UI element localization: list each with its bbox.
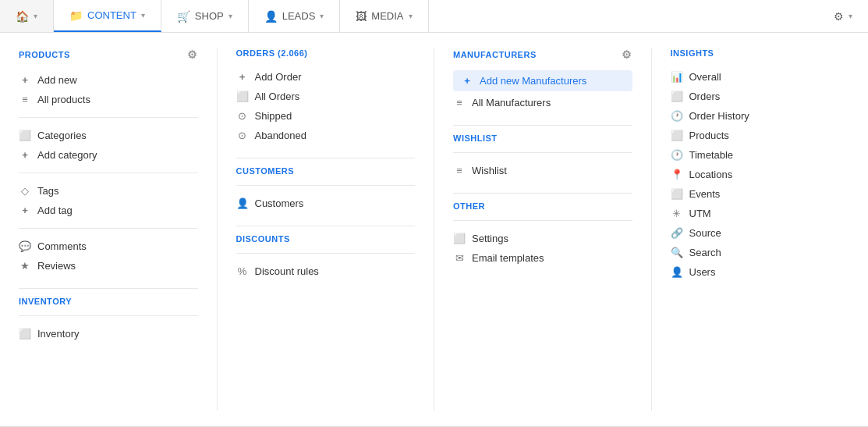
orders-section-title: ORDERS (2.066) [236,48,416,58]
products-section-title: PRODUCTS ⚙ [19,48,198,61]
list-icon: ≡ [19,94,31,105]
filter-icon: ⚙ [834,10,844,23]
media-icon: 🖼 [356,10,367,23]
products-insight-icon: ⬜ [671,130,683,141]
wishlist-label: Wishlist [472,165,507,176]
shipped[interactable]: ⊙ Shipped [236,106,416,126]
customers-section-title: CUSTOMERS [236,166,416,176]
inventory-icon: ⬜ [19,328,31,340]
leads-chevron: ▾ [320,12,324,20]
nav-shop[interactable]: 🛒 SHOP ▾ [161,0,249,32]
all-products-label: All products [37,94,90,105]
inventory-section-title: INVENTORY [19,297,198,306]
add-order-label: Add Order [255,71,302,83]
locations[interactable]: 📍 Locations [671,165,850,184]
products-insight-label: Products [689,130,729,141]
add-new-manufacturer[interactable]: + Add new Manufacturers [453,70,632,91]
source[interactable]: 🔗 Source [671,223,850,243]
products-gear-icon[interactable]: ⚙ [187,48,198,61]
reviews[interactable]: ★ Reviews [19,256,198,276]
other-section-title: OTHER [453,201,632,211]
reviews-icon: ★ [19,260,31,272]
wishlist-icon: ≡ [453,165,466,176]
wishlist-section-title: WISHLIST [453,133,632,143]
manufacturers-gear-icon[interactable]: ⚙ [622,48,632,61]
tags[interactable]: ◇ Tags [19,181,198,201]
all-orders[interactable]: ⬜ All Orders [236,87,416,106]
events-label: Events [689,188,721,200]
comments-label: Comments [37,240,87,252]
all-orders-icon: ⬜ [236,91,249,102]
settings-label: Settings [472,233,508,244]
users-label: Users [689,266,716,278]
users[interactable]: 👤 Users [671,262,850,282]
overall[interactable]: 📊 Overall [671,67,850,87]
shop-chevron: ▾ [229,12,232,20]
products-insight[interactable]: ⬜ Products [671,126,850,145]
add-icon: + [19,74,31,86]
abandoned-icon: ⊙ [236,130,249,141]
nav-media[interactable]: 🖼 MEDIA ▾ [340,0,428,32]
timetable[interactable]: 🕐 Timetable [671,145,850,165]
leads-icon: 👤 [264,10,278,23]
inventory[interactable]: ⬜ Inventory [19,324,198,343]
shop-icon: 🛒 [177,10,190,23]
utm-label: UTM [689,208,711,219]
column-manufacturers: MANUFACTURERS ⚙ + Add new Manufacturers … [434,48,652,411]
nav-content[interactable]: 📁 CONTENT ▾ [54,0,161,32]
users-icon: 👤 [671,266,683,278]
nav-leads[interactable]: 👤 LEADS ▾ [249,0,341,32]
nav-filter[interactable]: ⚙ ▾ [818,0,868,32]
discount-rules[interactable]: % Discount rules [236,262,416,281]
add-tag[interactable]: + Add tag [19,201,198,220]
add-new-label: Add new [37,74,77,86]
categories-icon: ⬜ [19,130,31,141]
email-templates[interactable]: ✉ Email templates [453,248,632,268]
search[interactable]: 🔍 Search [671,243,850,262]
add-manufacturer-icon: + [461,75,473,87]
utm-icon: ✳ [671,208,683,219]
add-category[interactable]: + Add category [19,145,198,165]
wishlist[interactable]: ≡ Wishlist [453,161,632,180]
nav-content-label: CONTENT [87,9,136,21]
add-manufacturer-label: Add new Manufacturers [480,75,586,87]
nav-home[interactable]: 🏠 ▾ [0,0,54,32]
add-new-product[interactable]: + Add new [19,70,198,90]
comments[interactable]: 💬 Comments [19,237,198,256]
all-products[interactable]: ≡ All products [19,90,198,109]
categories[interactable]: ⬜ Categories [19,126,198,145]
add-order[interactable]: + Add Order [236,67,416,87]
column-insights: INSIGHTS 📊 Overall ⬜ Orders 🕐 Order Hist… [652,48,869,411]
source-label: Source [689,227,721,239]
abandoned-label: Abandoned [255,130,307,141]
discounts-section-title: DISCOUNTS [236,234,416,244]
events[interactable]: ⬜ Events [671,184,850,204]
all-orders-label: All Orders [255,91,300,102]
column-orders: ORDERS (2.066) + Add Order ⬜ All Orders … [218,48,435,411]
content-chevron: ▾ [141,11,145,20]
source-icon: 🔗 [671,227,683,239]
discount-rules-label: Discount rules [255,265,319,277]
mega-menu: PRODUCTS ⚙ + Add new ≡ All products ⬜ Ca… [0,33,868,427]
nav-media-label: MEDIA [371,10,403,22]
email-icon: ✉ [453,252,466,264]
orders-insight-label: Orders [689,91,721,102]
settings-icon: ⬜ [453,233,466,244]
customers[interactable]: 👤 Customers [236,194,416,213]
timetable-label: Timetable [689,149,734,161]
overall-label: Overall [689,71,721,83]
settings[interactable]: ⬜ Settings [453,229,632,248]
all-manufacturers[interactable]: ≡ All Manufacturers [453,93,632,112]
orders-insight[interactable]: ⬜ Orders [671,87,850,106]
manufacturers-section-title: MANUFACTURERS ⚙ [453,48,632,61]
abandoned[interactable]: ⊙ Abandoned [236,126,416,145]
customers-label: Customers [255,197,304,209]
content-icon: 📁 [69,9,83,22]
nav-shop-label: SHOP [195,10,224,22]
add-tag-icon: + [19,205,31,216]
order-history[interactable]: 🕐 Order History [671,106,850,126]
locations-label: Locations [689,169,733,180]
utm[interactable]: ✳ UTM [671,204,850,223]
home-chevron: ▾ [34,12,37,20]
all-manufacturers-icon: ≡ [453,97,466,109]
